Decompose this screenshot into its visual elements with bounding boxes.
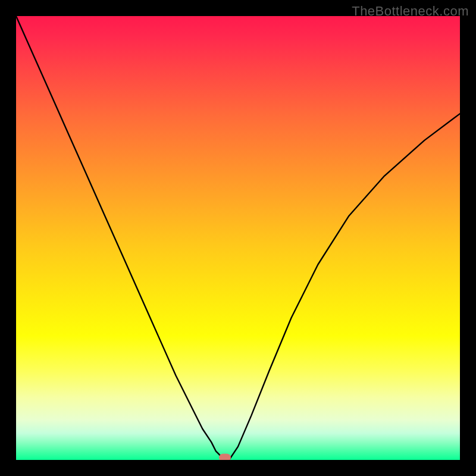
chart-plot-area xyxy=(16,16,460,460)
watermark-text: TheBottleneck.com xyxy=(352,4,469,19)
bottleneck-curve xyxy=(16,16,460,460)
minimum-marker xyxy=(219,454,231,461)
